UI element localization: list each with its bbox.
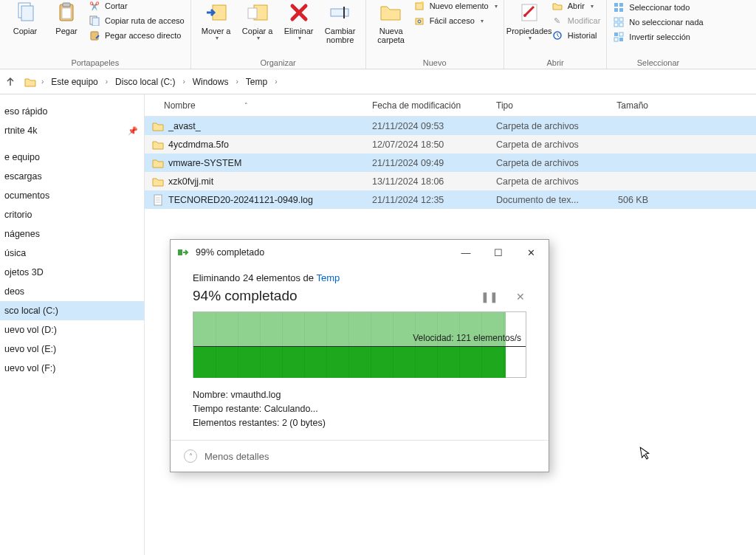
table-row[interactable]: vmware-SYSTEM21/11/2024 09:49Carpeta de …: [145, 154, 756, 172]
open-button[interactable]: Abrir▾: [551, 0, 601, 12]
copy-path-button[interactable]: Copiar ruta de acceso: [89, 15, 185, 27]
sidebar-label: deos: [4, 286, 24, 297]
invert-selection-button[interactable]: Invertir selección: [613, 31, 703, 43]
svg-rect-25: [619, 18, 623, 21]
svg-rect-27: [619, 23, 623, 27]
crumb-windows[interactable]: Windows: [190, 74, 232, 90]
crumb-este-equipo[interactable]: Este equipo: [48, 74, 100, 90]
paste-shortcut-icon: [89, 30, 100, 41]
ribbon-group-organize: Mover a▾ Copiar a▾ Eliminar▾ Cambiar nom…: [191, 0, 366, 69]
pause-button[interactable]: ❚❚: [481, 291, 498, 303]
info-time-label: Tiempo restante:: [193, 404, 264, 414]
sidebar-item-disco-local-c[interactable]: sco local (C:): [0, 301, 144, 320]
sidebar-item-musica[interactable]: úsica: [0, 244, 144, 263]
info-name-label: Nombre:: [193, 390, 230, 400]
cut-button[interactable]: ✂️ Cortar: [89, 0, 185, 12]
edit-button[interactable]: ✎ Modificar: [551, 15, 601, 27]
nav-up-button[interactable]: [4, 76, 16, 88]
delete-button[interactable]: Eliminar▾: [278, 0, 320, 44]
new-item-button[interactable]: Nuevo elemento▾: [413, 0, 498, 12]
table-row[interactable]: TECNORED20-20241121-0949.log21/11/2024 1…: [145, 190, 756, 209]
minimize-button[interactable]: —: [450, 241, 482, 263]
transfer-icon: [178, 247, 190, 258]
folder-icon: [24, 75, 37, 89]
sidebar-item-vol-d[interactable]: uevo vol (D:): [0, 320, 144, 339]
dialog-body: Eliminando 24 elementos de Temp 94% comp…: [171, 265, 549, 440]
dropdown-icon: ▾: [495, 3, 498, 10]
copy-to-button[interactable]: Copiar a▾: [237, 0, 278, 44]
sidebar-item-vol-f[interactable]: uevo vol (F:): [0, 359, 144, 378]
address-bar: › Este equipo › Disco local (C:) › Windo…: [0, 69, 756, 94]
paste-label: Pegar: [55, 27, 77, 35]
fewer-details-label: Menos detalles: [205, 451, 269, 462]
paste-shortcut-label: Pegar acceso directo: [105, 31, 181, 40]
file-table: Nombre ˄ Fecha de modificación Tipo Tama…: [145, 94, 756, 209]
sidebar-item-documentos[interactable]: ocumentos: [0, 186, 144, 205]
file-date: 13/11/2024 18:06: [366, 176, 490, 187]
table-row[interactable]: 4ycdmdma.5fo12/07/2024 18:50Carpeta de a…: [145, 135, 756, 154]
file-date: 12/07/2024 18:50: [366, 139, 490, 150]
file-type: Carpeta de archivos: [490, 176, 592, 187]
cut-label: Cortar: [105, 1, 128, 10]
table-row[interactable]: xzk0fvjj.mit13/11/2024 18:06Carpeta de a…: [145, 172, 756, 190]
close-button[interactable]: ✕: [515, 241, 547, 263]
sidebar-item-videos[interactable]: deos: [0, 282, 144, 301]
column-date[interactable]: Fecha de modificación: [366, 100, 490, 111]
chevron-right-icon[interactable]: ›: [106, 77, 108, 86]
select-none-button[interactable]: No seleccionar nada: [613, 16, 703, 28]
svg-rect-1: [21, 6, 33, 21]
rename-button[interactable]: Cambiar nombre: [320, 0, 361, 46]
chevron-right-icon[interactable]: ›: [275, 77, 277, 86]
select-all-button[interactable]: Seleccionar todo: [613, 1, 703, 13]
chevron-right-icon[interactable]: ›: [236, 77, 238, 86]
crumb-temp[interactable]: Temp: [243, 74, 270, 90]
sidebar-item-equipo[interactable]: e equipo: [0, 148, 144, 167]
sidebar-item-descargas[interactable]: escargas: [0, 167, 144, 186]
svg-rect-21: [619, 3, 623, 7]
file-name: _avast_: [168, 121, 201, 131]
dropdown-icon: ▾: [298, 35, 301, 42]
sidebar-label: sco local (C:): [4, 306, 58, 316]
cancel-button[interactable]: ✕: [516, 291, 525, 303]
dialog-titlebar[interactable]: 99% completado — ☐ ✕: [171, 240, 549, 265]
file-date: 21/11/2024 09:49: [366, 158, 490, 168]
folder-icon: [152, 176, 164, 187]
table-body: _avast_21/11/2024 09:53Carpeta de archiv…: [145, 117, 756, 209]
chevron-right-icon[interactable]: ›: [41, 77, 44, 86]
copy-button[interactable]: Copiar: [4, 0, 46, 37]
maximize-button[interactable]: ☐: [482, 241, 515, 263]
copy-icon: [13, 1, 38, 24]
sidebar-item-fortnite[interactable]: rtnite 4k📌: [0, 121, 144, 140]
dialog-footer[interactable]: ˄ Menos detalles: [171, 440, 549, 472]
file-type: Carpeta de archivos: [490, 121, 592, 131]
sidebar-item-vol-e[interactable]: uevo vol (E:): [0, 339, 144, 359]
sidebar-item-escritorio[interactable]: critorio: [0, 205, 144, 224]
crumb-disco-local[interactable]: Disco local (C:): [112, 74, 178, 90]
sidebar-item-quick-access[interactable]: eso rápido: [0, 102, 144, 121]
copy-label: Copiar: [13, 27, 37, 35]
action-link[interactable]: Temp: [316, 272, 340, 283]
sidebar-item-objetos3d[interactable]: ojetos 3D: [0, 263, 144, 282]
invert-selection-label: Invertir selección: [629, 32, 690, 41]
chevron-right-icon[interactable]: ›: [182, 77, 185, 86]
rename-label: Cambiar nombre: [321, 27, 360, 44]
sidebar-item-imagenes[interactable]: nágenes: [0, 224, 144, 244]
column-size[interactable]: Tamaño: [592, 100, 654, 111]
svg-rect-29: [619, 32, 623, 36]
dropdown-icon: ▾: [591, 3, 594, 10]
move-to-button[interactable]: Mover a▾: [196, 0, 237, 44]
copy-path-icon: [89, 15, 100, 27]
history-button[interactable]: Historial: [551, 30, 601, 41]
svg-rect-28: [614, 32, 618, 36]
progress-graph: Velocidad: 121 elementos/s: [193, 311, 526, 378]
breadcrumb: › Este equipo › Disco local (C:) › Windo…: [24, 74, 278, 90]
properties-button[interactable]: Propiedades▾: [509, 0, 550, 44]
paste-button[interactable]: Pegar: [46, 0, 87, 37]
column-type[interactable]: Tipo: [490, 100, 592, 111]
easy-access-button[interactable]: Fácil acceso▾: [413, 15, 498, 27]
new-folder-button[interactable]: Nueva carpeta: [371, 0, 412, 46]
open-icon: [551, 0, 563, 12]
column-name[interactable]: Nombre ˄: [145, 100, 366, 111]
paste-shortcut-button[interactable]: Pegar acceso directo: [89, 30, 185, 41]
table-row[interactable]: _avast_21/11/2024 09:53Carpeta de archiv…: [145, 117, 756, 135]
